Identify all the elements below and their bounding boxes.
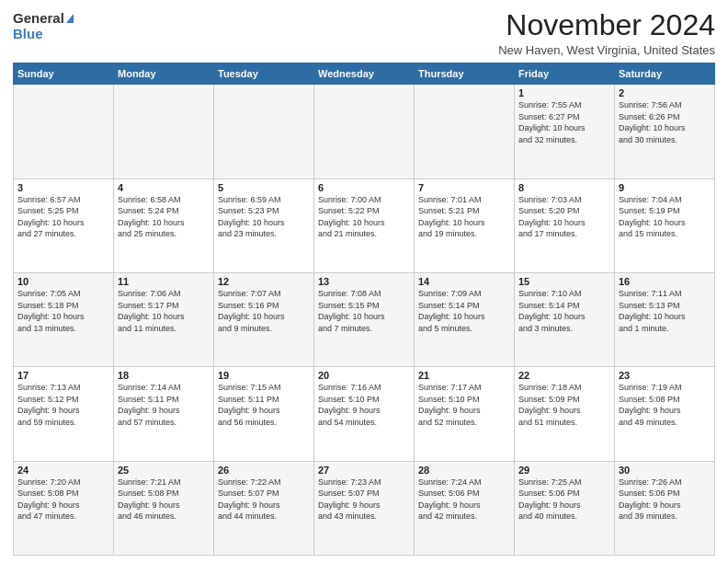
calendar-cell: 21Sunrise: 7:17 AM Sunset: 5:10 PM Dayli… bbox=[415, 367, 515, 461]
day-number: 23 bbox=[619, 370, 711, 381]
day-info: Sunrise: 7:20 AM Sunset: 5:08 PM Dayligh… bbox=[17, 477, 109, 523]
day-info: Sunrise: 6:59 AM Sunset: 5:23 PM Dayligh… bbox=[218, 194, 310, 240]
calendar-cell: 23Sunrise: 7:19 AM Sunset: 5:08 PM Dayli… bbox=[615, 367, 715, 461]
calendar-body: 1Sunrise: 7:55 AM Sunset: 6:27 PM Daylig… bbox=[14, 85, 715, 556]
day-info: Sunrise: 7:06 AM Sunset: 5:17 PM Dayligh… bbox=[118, 288, 210, 334]
day-number: 6 bbox=[318, 182, 410, 193]
calendar-cell: 30Sunrise: 7:26 AM Sunset: 5:06 PM Dayli… bbox=[615, 461, 715, 555]
location-text: New Haven, West Virginia, United States bbox=[498, 43, 715, 57]
calendar-cell: 9Sunrise: 7:04 AM Sunset: 5:19 PM Daylig… bbox=[615, 178, 715, 272]
logo-general-text: General bbox=[13, 11, 64, 27]
page: General Blue November 2024 New Haven, We… bbox=[0, 0, 728, 563]
day-number: 11 bbox=[118, 276, 210, 287]
calendar-week-1: 1Sunrise: 7:55 AM Sunset: 6:27 PM Daylig… bbox=[14, 85, 715, 178]
day-info: Sunrise: 7:10 AM Sunset: 5:14 PM Dayligh… bbox=[518, 288, 610, 334]
logo-triangle-icon bbox=[66, 14, 74, 23]
day-info: Sunrise: 7:00 AM Sunset: 5:22 PM Dayligh… bbox=[318, 194, 410, 240]
weekday-header-wednesday: Wednesday bbox=[314, 63, 415, 85]
calendar-cell: 22Sunrise: 7:18 AM Sunset: 5:09 PM Dayli… bbox=[515, 367, 615, 461]
calendar-cell: 17Sunrise: 7:13 AM Sunset: 5:12 PM Dayli… bbox=[14, 367, 114, 461]
day-info: Sunrise: 7:56 AM Sunset: 6:26 PM Dayligh… bbox=[619, 99, 711, 145]
day-info: Sunrise: 6:57 AM Sunset: 5:25 PM Dayligh… bbox=[17, 194, 109, 240]
weekday-header-saturday: Saturday bbox=[615, 63, 715, 85]
day-info: Sunrise: 7:22 AM Sunset: 5:07 PM Dayligh… bbox=[218, 477, 310, 523]
calendar-cell: 14Sunrise: 7:09 AM Sunset: 5:14 PM Dayli… bbox=[415, 272, 515, 366]
day-info: Sunrise: 7:18 AM Sunset: 5:09 PM Dayligh… bbox=[518, 382, 610, 428]
day-number: 8 bbox=[518, 182, 610, 193]
weekday-header-sunday: Sunday bbox=[14, 63, 114, 85]
calendar-cell bbox=[415, 85, 515, 178]
day-info: Sunrise: 7:14 AM Sunset: 5:11 PM Dayligh… bbox=[118, 382, 210, 428]
day-number: 29 bbox=[518, 465, 610, 476]
day-info: Sunrise: 7:01 AM Sunset: 5:21 PM Dayligh… bbox=[418, 194, 510, 240]
calendar-cell: 28Sunrise: 7:24 AM Sunset: 5:06 PM Dayli… bbox=[415, 461, 515, 555]
day-info: Sunrise: 7:55 AM Sunset: 6:27 PM Dayligh… bbox=[518, 99, 610, 145]
day-info: Sunrise: 6:58 AM Sunset: 5:24 PM Dayligh… bbox=[118, 194, 210, 240]
day-number: 18 bbox=[118, 370, 210, 381]
day-number: 1 bbox=[518, 87, 610, 98]
calendar-cell: 4Sunrise: 6:58 AM Sunset: 5:24 PM Daylig… bbox=[114, 178, 214, 272]
title-block: November 2024 New Haven, West Virginia, … bbox=[498, 9, 715, 57]
calendar-week-3: 10Sunrise: 7:05 AM Sunset: 5:18 PM Dayli… bbox=[14, 272, 715, 366]
day-number: 21 bbox=[418, 370, 510, 381]
calendar-cell: 19Sunrise: 7:15 AM Sunset: 5:11 PM Dayli… bbox=[214, 367, 314, 461]
day-info: Sunrise: 7:09 AM Sunset: 5:14 PM Dayligh… bbox=[418, 288, 510, 334]
day-number: 30 bbox=[619, 465, 711, 476]
calendar-cell: 6Sunrise: 7:00 AM Sunset: 5:22 PM Daylig… bbox=[314, 178, 415, 272]
day-number: 3 bbox=[17, 182, 109, 193]
logo: General Blue bbox=[13, 9, 74, 41]
calendar-cell: 11Sunrise: 7:06 AM Sunset: 5:17 PM Dayli… bbox=[114, 272, 214, 366]
calendar-cell: 18Sunrise: 7:14 AM Sunset: 5:11 PM Dayli… bbox=[114, 367, 214, 461]
day-number: 4 bbox=[118, 182, 210, 193]
calendar-cell bbox=[214, 85, 314, 178]
day-info: Sunrise: 7:17 AM Sunset: 5:10 PM Dayligh… bbox=[418, 382, 510, 428]
day-number: 25 bbox=[118, 465, 210, 476]
day-info: Sunrise: 7:25 AM Sunset: 5:06 PM Dayligh… bbox=[518, 477, 610, 523]
day-number: 28 bbox=[418, 465, 510, 476]
calendar-table: SundayMondayTuesdayWednesdayThursdayFrid… bbox=[13, 63, 715, 556]
calendar-week-4: 17Sunrise: 7:13 AM Sunset: 5:12 PM Dayli… bbox=[14, 367, 715, 461]
calendar-week-5: 24Sunrise: 7:20 AM Sunset: 5:08 PM Dayli… bbox=[14, 461, 715, 555]
day-number: 16 bbox=[619, 276, 711, 287]
calendar-cell: 8Sunrise: 7:03 AM Sunset: 5:20 PM Daylig… bbox=[515, 178, 615, 272]
calendar-cell: 16Sunrise: 7:11 AM Sunset: 5:13 PM Dayli… bbox=[615, 272, 715, 366]
day-info: Sunrise: 7:04 AM Sunset: 5:19 PM Dayligh… bbox=[619, 194, 711, 240]
day-number: 14 bbox=[418, 276, 510, 287]
day-number: 12 bbox=[218, 276, 310, 287]
calendar-cell: 29Sunrise: 7:25 AM Sunset: 5:06 PM Dayli… bbox=[515, 461, 615, 555]
calendar-cell: 5Sunrise: 6:59 AM Sunset: 5:23 PM Daylig… bbox=[214, 178, 314, 272]
calendar-cell: 24Sunrise: 7:20 AM Sunset: 5:08 PM Dayli… bbox=[14, 461, 114, 555]
weekday-header-friday: Friday bbox=[515, 63, 615, 85]
calendar-cell bbox=[14, 85, 114, 178]
calendar-cell: 13Sunrise: 7:08 AM Sunset: 5:15 PM Dayli… bbox=[314, 272, 415, 366]
calendar-cell: 3Sunrise: 6:57 AM Sunset: 5:25 PM Daylig… bbox=[14, 178, 114, 272]
calendar-cell bbox=[314, 85, 415, 178]
day-number: 2 bbox=[619, 87, 711, 98]
day-info: Sunrise: 7:21 AM Sunset: 5:08 PM Dayligh… bbox=[118, 477, 210, 523]
logo-blue-text: Blue bbox=[13, 27, 43, 42]
day-number: 13 bbox=[318, 276, 410, 287]
day-info: Sunrise: 7:13 AM Sunset: 5:12 PM Dayligh… bbox=[17, 382, 109, 428]
day-info: Sunrise: 7:19 AM Sunset: 5:08 PM Dayligh… bbox=[619, 382, 711, 428]
day-number: 5 bbox=[218, 182, 310, 193]
calendar-cell: 20Sunrise: 7:16 AM Sunset: 5:10 PM Dayli… bbox=[314, 367, 415, 461]
day-number: 24 bbox=[17, 465, 109, 476]
day-info: Sunrise: 7:15 AM Sunset: 5:11 PM Dayligh… bbox=[218, 382, 310, 428]
calendar-cell: 12Sunrise: 7:07 AM Sunset: 5:16 PM Dayli… bbox=[214, 272, 314, 366]
day-number: 27 bbox=[318, 465, 410, 476]
weekday-header-monday: Monday bbox=[114, 63, 214, 85]
day-number: 9 bbox=[619, 182, 711, 193]
day-info: Sunrise: 7:16 AM Sunset: 5:10 PM Dayligh… bbox=[318, 382, 410, 428]
day-number: 26 bbox=[218, 465, 310, 476]
calendar-week-2: 3Sunrise: 6:57 AM Sunset: 5:25 PM Daylig… bbox=[14, 178, 715, 272]
calendar-cell: 2Sunrise: 7:56 AM Sunset: 6:26 PM Daylig… bbox=[615, 85, 715, 178]
header-row: SundayMondayTuesdayWednesdayThursdayFrid… bbox=[14, 63, 715, 85]
calendar-cell: 7Sunrise: 7:01 AM Sunset: 5:21 PM Daylig… bbox=[415, 178, 515, 272]
header: General Blue November 2024 New Haven, We… bbox=[13, 9, 715, 57]
calendar-cell: 15Sunrise: 7:10 AM Sunset: 5:14 PM Dayli… bbox=[515, 272, 615, 366]
calendar-cell: 27Sunrise: 7:23 AM Sunset: 5:07 PM Dayli… bbox=[314, 461, 415, 555]
calendar-cell: 10Sunrise: 7:05 AM Sunset: 5:18 PM Dayli… bbox=[14, 272, 114, 366]
calendar-cell: 26Sunrise: 7:22 AM Sunset: 5:07 PM Dayli… bbox=[214, 461, 314, 555]
calendar-cell: 1Sunrise: 7:55 AM Sunset: 6:27 PM Daylig… bbox=[515, 85, 615, 178]
day-number: 22 bbox=[518, 370, 610, 381]
